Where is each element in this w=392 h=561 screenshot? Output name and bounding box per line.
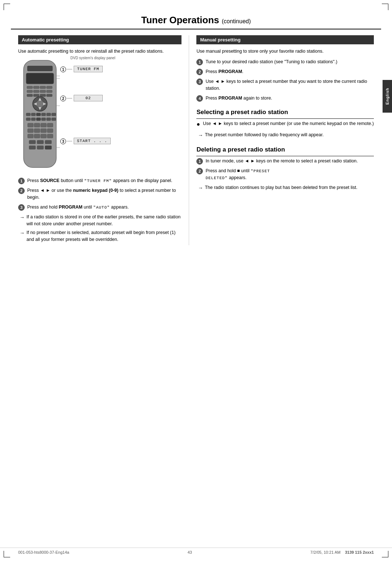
bullet-symbol-1: ● <box>196 120 200 129</box>
svg-rect-31 <box>46 118 51 121</box>
svg-rect-42 <box>34 134 40 138</box>
auto-arrow-note-1: → If a radio station is stored in one of… <box>18 214 181 227</box>
deleting-arrow-text: The radio station continues to play but … <box>205 184 357 191</box>
language-tab: English <box>383 80 392 113</box>
display-label-2: 02 <box>67 95 103 101</box>
svg-rect-44 <box>47 134 53 138</box>
deleting-step-circle-2: 2 <box>196 168 203 174</box>
selecting-arrow-1: → The preset number followed by radio fr… <box>196 132 374 139</box>
automatic-presetting-intro: Use automatic presetting to store or rei… <box>18 48 181 55</box>
svg-rect-40 <box>47 129 53 133</box>
remote-area: DVD system's display panel TUNER FM 0 <box>18 58 181 172</box>
step-circle-2: 2 <box>18 187 25 194</box>
svg-rect-21 <box>26 113 30 116</box>
svg-rect-47 <box>45 140 52 144</box>
svg-rect-35 <box>41 123 46 127</box>
selecting-title: Selecting a preset radio station <box>196 108 374 119</box>
svg-rect-28 <box>31 118 36 121</box>
manual-step-circle-3: 3 <box>196 78 203 85</box>
manual-step-circle-4: 4 <box>196 95 203 102</box>
manual-step-2-text: Press PROGRAM. <box>205 68 374 75</box>
page-title: Tuner Operations (continued) <box>0 15 392 26</box>
svg-rect-43 <box>41 134 46 138</box>
svg-rect-11 <box>27 94 33 97</box>
svg-rect-14 <box>46 94 52 97</box>
svg-rect-39 <box>41 129 46 133</box>
manual-presetting-header: Manual presetting <box>196 35 374 44</box>
svg-rect-25 <box>46 113 51 116</box>
deleting-step-1: 1 In tuner mode, use ◄ ► keys on the rem… <box>196 158 374 165</box>
manual-step-2: 2 Press PROGRAM. <box>196 68 374 75</box>
selecting-bullet-1-text: Use ◄ ► keys to select a preset number (… <box>203 120 374 127</box>
auto-arrow-note-2: → If no preset number is selected, autom… <box>18 229 181 243</box>
main-content: Automatic presetting Use automatic prese… <box>0 35 392 245</box>
svg-rect-4 <box>33 86 39 89</box>
corner-mark-tl <box>4 4 10 10</box>
footer-doc-code: 001-053-hts8000-37-Eng14a <box>18 550 69 554</box>
svg-point-16 <box>36 100 44 108</box>
svg-rect-22 <box>31 113 36 116</box>
selecting-section: Selecting a preset radio station ● Use ◄… <box>196 108 374 139</box>
manual-step-4-text: Press PROGRAM again to store. <box>205 95 374 102</box>
svg-rect-36 <box>47 123 53 127</box>
deleting-arrow-sym: → <box>198 184 203 192</box>
display-label-1: TUNER FM <box>67 66 103 72</box>
label-circle-2: 2 <box>60 96 66 101</box>
selecting-bullet-1: ● Use ◄ ► keys to select a preset number… <box>196 120 374 129</box>
svg-rect-23 <box>36 113 41 116</box>
auto-step-3-text: Press and hold PROGRAM until "AUTO" appe… <box>27 204 181 211</box>
manual-step-3: 3 Use ◄ ► keys to select a preset number… <box>196 78 374 92</box>
svg-rect-41 <box>28 134 33 138</box>
page: English Tuner Operations (continued) Aut… <box>0 0 392 561</box>
svg-rect-45 <box>29 140 36 144</box>
auto-step-2: 2 Press ◄ ► or use the numeric keypad (0… <box>18 187 181 201</box>
auto-step-3: 3 Press and hold PROGRAM until "AUTO" ap… <box>18 204 181 211</box>
automatic-presetting-header: Automatic presetting <box>18 35 181 44</box>
auto-arrow-text-2: If no preset number is selected, automat… <box>26 229 181 243</box>
dvd-system-label: DVD system's display panel <box>70 56 115 60</box>
svg-rect-5 <box>40 86 46 89</box>
svg-rect-50 <box>45 146 52 149</box>
footer-page-number: 43 <box>188 550 192 554</box>
manual-step-3-text: Use ◄ ► keys to select a preset number t… <box>205 78 374 92</box>
auto-arrow-text-1: If a radio station is stored in one of t… <box>26 214 181 227</box>
svg-rect-29 <box>36 118 41 121</box>
step-circle-1: 1 <box>18 178 25 184</box>
svg-rect-10 <box>46 90 52 93</box>
svg-rect-48 <box>29 146 36 149</box>
deleting-step-2: 2 Press and hold ■ until "PRESETDELETED"… <box>196 168 374 181</box>
svg-rect-24 <box>41 113 46 116</box>
svg-rect-33 <box>28 123 33 127</box>
svg-rect-6 <box>46 86 52 89</box>
selecting-arrow-sym: → <box>198 132 203 139</box>
title-rule <box>11 29 381 29</box>
deleting-step-1-text: In tuner mode, use ◄ ► keys on the remot… <box>205 158 374 165</box>
step-circle-3: 3 <box>18 204 25 211</box>
auto-step-2-text: Press ◄ ► or use the numeric keypad (0-9… <box>27 187 181 201</box>
deleting-arrow-1: → The radio station continues to play bu… <box>196 184 374 192</box>
manual-step-circle-2: 2 <box>196 69 203 75</box>
manual-step-circle-1: 1 <box>196 59 203 65</box>
svg-rect-12 <box>33 94 39 97</box>
manual-presetting-intro: Use manual presetting to store only your… <box>196 48 374 55</box>
left-column: Automatic presetting Use automatic prese… <box>18 35 189 245</box>
remote-image <box>18 58 62 172</box>
svg-rect-1 <box>27 66 53 71</box>
manual-step-1-text: Tune to your desired radio station (see … <box>205 58 374 65</box>
svg-rect-8 <box>33 90 39 93</box>
svg-rect-34 <box>34 123 40 127</box>
svg-rect-7 <box>27 90 33 93</box>
manual-step-4: 4 Press PROGRAM again to store. <box>196 95 374 102</box>
auto-step-1-text: Press SOURCE button until "TUNER FM" app… <box>27 177 181 184</box>
label-circle-3: 3 <box>60 138 66 144</box>
arrow-symbol-1: → <box>20 214 25 221</box>
svg-rect-30 <box>41 118 46 121</box>
arrow-symbol-2: → <box>20 229 25 237</box>
selecting-arrow-text: The preset number followed by radio freq… <box>205 132 323 138</box>
svg-rect-13 <box>40 94 46 97</box>
svg-rect-3 <box>27 86 33 89</box>
deleting-step-2-text: Press and hold ■ until "PRESETDELETED" a… <box>205 168 374 181</box>
deleting-step-circle-1: 1 <box>196 158 203 165</box>
deleting-title: Deleting a preset radio station <box>196 146 374 156</box>
corner-mark-tr <box>382 4 388 10</box>
